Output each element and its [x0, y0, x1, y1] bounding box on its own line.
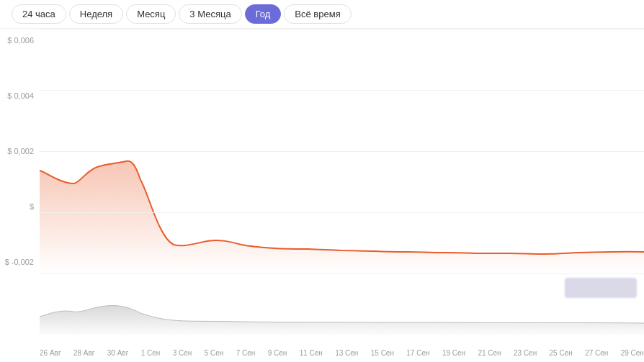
tab-all[interactable]: Всё время [284, 4, 351, 24]
tab-24h[interactable]: 24 часа [12, 4, 66, 24]
x-label-6: 7 Сен [236, 349, 256, 357]
x-label-12: 19 Сен [442, 349, 465, 357]
y-label-2: $ 0,002 [0, 147, 40, 155]
x-label-1: 28 Авг [73, 349, 95, 357]
blurred-region [565, 278, 637, 298]
x-label-0: 26 Авг [40, 349, 61, 357]
chart-area: $ 0,006 $ 0,004 $ 0,002 $ $ -0,002 [0, 29, 644, 360]
y-label-1: $ 0,004 [0, 91, 40, 100]
main-chart [40, 29, 644, 273]
x-label-3: 1 Сен [141, 349, 161, 357]
x-label-14: 23 Сен [514, 349, 537, 357]
x-label-8: 11 Сен [300, 349, 323, 357]
tab-month[interactable]: Месяц [126, 4, 176, 24]
x-label-4: 3 Сен [173, 349, 192, 357]
x-label-5: 5 Сен [205, 349, 224, 357]
time-tabs-bar: 24 часа Неделя Месяц 3 Месяца Год Всё вр… [0, 0, 644, 29]
x-label-15: 25 Сен [550, 349, 573, 357]
tab-year[interactable]: Год [245, 4, 282, 24]
x-label-10: 15 Сен [371, 349, 394, 357]
y-label-4: $ -0,002 [0, 258, 40, 266]
mini-chart-svg [40, 277, 644, 335]
y-label-0: $ 0,006 [0, 36, 40, 45]
x-label-7: 9 Сен [268, 349, 287, 357]
y-label-3: $ [0, 202, 40, 211]
y-axis: $ 0,006 $ 0,004 $ 0,002 $ $ -0,002 [0, 29, 40, 273]
tab-week[interactable]: Неделя [69, 4, 123, 24]
x-label-16: 27 Сен [585, 349, 608, 357]
x-label-2: 30 Авг [107, 349, 129, 357]
x-label-17: 29 Сен [621, 349, 644, 357]
x-label-9: 13 Сен [335, 349, 358, 357]
x-label-11: 17 Сен [406, 349, 429, 357]
x-label-13: 21 Сен [478, 349, 501, 357]
tab-3months[interactable]: 3 Месяца [179, 4, 241, 24]
mini-chart [40, 277, 644, 335]
x-axis: 26 Авг 28 Авг 30 Авг 1 Сен 3 Сен 5 Сен 7… [40, 345, 644, 360]
